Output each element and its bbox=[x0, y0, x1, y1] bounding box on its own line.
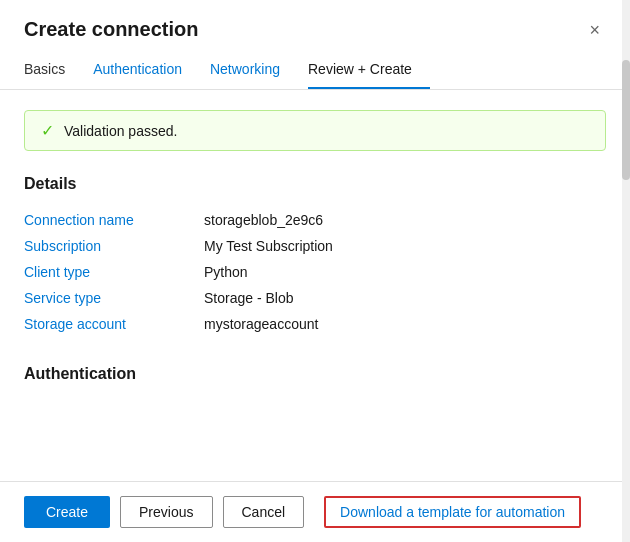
previous-button[interactable]: Previous bbox=[120, 496, 212, 528]
label-connection-name: Connection name bbox=[24, 207, 204, 233]
dialog-title: Create connection bbox=[24, 18, 198, 41]
label-service-type: Service type bbox=[24, 285, 204, 311]
close-icon[interactable]: × bbox=[583, 19, 606, 41]
label-subscription: Subscription bbox=[24, 233, 204, 259]
validation-banner: ✓ Validation passed. bbox=[24, 110, 606, 151]
tab-review-create[interactable]: Review + Create bbox=[308, 51, 430, 89]
label-client-type: Client type bbox=[24, 259, 204, 285]
download-template-button[interactable]: Download a template for automation bbox=[324, 496, 581, 528]
dialog-footer: Create Previous Cancel Download a templa… bbox=[0, 481, 630, 542]
details-table: Connection name storageblob_2e9c6 Subscr… bbox=[24, 207, 606, 337]
authentication-section: Authentication bbox=[24, 365, 606, 383]
value-client-type: Python bbox=[204, 259, 606, 285]
label-storage-account: Storage account bbox=[24, 311, 204, 337]
tabs-bar: Basics Authentication Networking Review … bbox=[0, 51, 630, 90]
details-section-title: Details bbox=[24, 175, 606, 193]
value-subscription: My Test Subscription bbox=[204, 233, 606, 259]
table-row: Service type Storage - Blob bbox=[24, 285, 606, 311]
cancel-button[interactable]: Cancel bbox=[223, 496, 305, 528]
scrollbar-thumb[interactable] bbox=[622, 60, 630, 180]
scrollbar-track bbox=[622, 0, 630, 542]
table-row: Subscription My Test Subscription bbox=[24, 233, 606, 259]
validation-success-icon: ✓ bbox=[41, 121, 54, 140]
tab-basics[interactable]: Basics bbox=[24, 51, 83, 89]
value-storage-account: mystorageaccount bbox=[204, 311, 606, 337]
table-row: Storage account mystorageaccount bbox=[24, 311, 606, 337]
table-row: Client type Python bbox=[24, 259, 606, 285]
create-button[interactable]: Create bbox=[24, 496, 110, 528]
value-service-type: Storage - Blob bbox=[204, 285, 606, 311]
tab-networking[interactable]: Networking bbox=[210, 51, 298, 89]
validation-text: Validation passed. bbox=[64, 123, 177, 139]
table-row: Connection name storageblob_2e9c6 bbox=[24, 207, 606, 233]
value-connection-name: storageblob_2e9c6 bbox=[204, 207, 606, 233]
dialog-header: Create connection × bbox=[0, 0, 630, 51]
tab-authentication[interactable]: Authentication bbox=[93, 51, 200, 89]
dialog-body: ✓ Validation passed. Details Connection … bbox=[0, 90, 630, 481]
authentication-section-title: Authentication bbox=[24, 365, 606, 383]
create-connection-dialog: Create connection × Basics Authenticatio… bbox=[0, 0, 630, 542]
details-section: Details Connection name storageblob_2e9c… bbox=[24, 175, 606, 337]
